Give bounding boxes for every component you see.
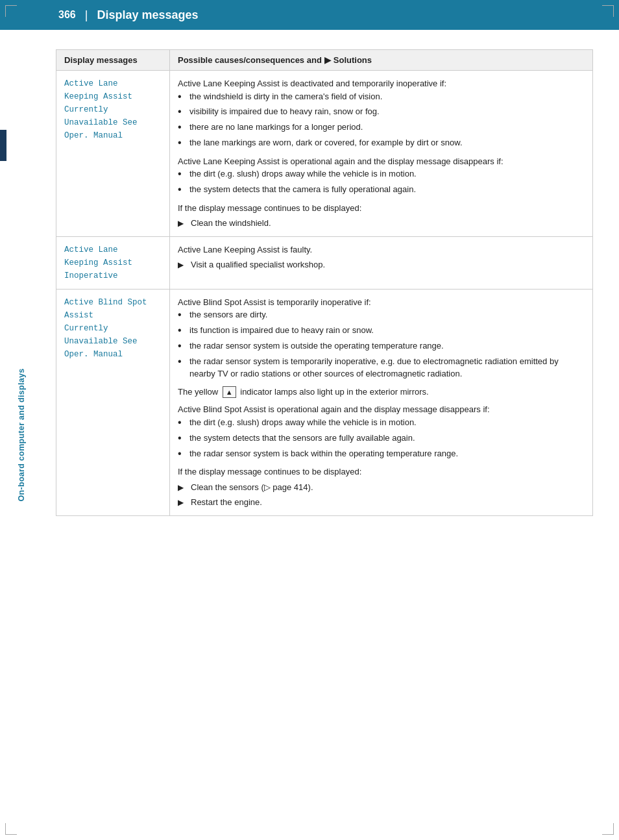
bullet-text: the radar sensor system is temporarily i… xyxy=(189,355,585,380)
arrow-text: Clean the windshield. xyxy=(191,217,271,230)
arrow-item: ▶ Clean the windshield. xyxy=(178,217,585,230)
content-cell: Active Lane Keeping Assist is faulty. ▶ … xyxy=(170,236,593,289)
bullet-icon: • xyxy=(178,416,187,430)
corner-mark-tl xyxy=(5,5,17,17)
arrow-item: ▶ Visit a qualified specialist workshop. xyxy=(178,258,585,271)
bullet-icon: • xyxy=(178,121,187,134)
col1-header: Display messages xyxy=(56,50,170,71)
arrow-icon: ▶ xyxy=(178,217,188,229)
bullet-item: • the windshield is dirty in the camera'… xyxy=(178,90,585,104)
header-divider: | xyxy=(85,8,88,22)
bullet-icon: • xyxy=(178,167,187,181)
bullet-text: the sensors are dirty. xyxy=(189,308,585,321)
bullet-icon: • xyxy=(178,355,187,369)
bullet-text: its function is impaired due to heavy ra… xyxy=(189,324,585,337)
bullet-item: • the radar sensor system is outside the… xyxy=(178,340,585,353)
corner-mark-br xyxy=(602,823,614,835)
page-title: Display messages xyxy=(97,8,198,22)
section3-intro: If the display message continues to be d… xyxy=(178,465,585,478)
arrow-item: ▶ Clean the sensors (▷ page 414). xyxy=(178,481,585,494)
corner-mark-tr xyxy=(602,5,614,17)
arrow-icon: ▶ xyxy=(178,482,188,493)
bullet-item: • the radar sensor system is back within… xyxy=(178,447,585,461)
bullet-icon: • xyxy=(178,308,187,322)
sidebar-accent xyxy=(0,130,6,161)
bullet-text: the dirt (e.g. slush) drops away while t… xyxy=(189,167,585,180)
display-message-cell: Active Blind SpotAssistCurrentlyUnavaila… xyxy=(56,289,170,515)
table-row: Active LaneKeeping AssistCurrentlyUnavai… xyxy=(56,71,593,237)
display-message-cell: Active LaneKeeping AssistCurrentlyUnavai… xyxy=(56,71,170,237)
indicator-note: The yellow ▲ indicator lamps also light … xyxy=(178,386,585,399)
section2-intro: Active Lane Keeping Assist is operationa… xyxy=(178,155,585,168)
arrow-icon: ▶ xyxy=(178,259,188,271)
bullet-text: there are no lane markings for a longer … xyxy=(189,121,585,134)
bullet-text: the system detects that the sensors are … xyxy=(189,432,585,445)
arrow-icon: ▶ xyxy=(178,497,188,508)
bullet-item: • the dirt (e.g. slush) drops away while… xyxy=(178,167,585,181)
bullet-icon: • xyxy=(178,340,187,353)
bullet-item: • the system detects that the sensors ar… xyxy=(178,432,585,445)
table-row: Active Blind SpotAssistCurrentlyUnavaila… xyxy=(56,289,593,515)
bullet-icon: • xyxy=(178,136,187,150)
section3-intro: If the display message continues to be d… xyxy=(178,202,585,215)
bullet-item: • the lane markings are worn, dark or co… xyxy=(178,136,585,150)
arrow-text: Restart the engine. xyxy=(191,496,262,509)
bullet-icon: • xyxy=(178,90,187,104)
bullet-icon: • xyxy=(178,105,187,119)
content-cell: Active Lane Keeping Assist is deactivate… xyxy=(170,71,593,237)
page-wrapper: 366 | Display messages On-board computer… xyxy=(0,0,619,840)
bullet-item: • the system detects that the camera is … xyxy=(178,183,585,197)
intro-text: Active Blind Spot Assist is temporarily … xyxy=(178,296,585,309)
bullet-item: • the sensors are dirty. xyxy=(178,308,585,322)
bullet-text: the lane markings are worn, dark or cove… xyxy=(189,136,585,149)
bullet-icon: • xyxy=(178,324,187,338)
intro-text: Active Lane Keeping Assist is faulty. xyxy=(178,243,585,256)
bullet-text: the radar sensor system is outside the o… xyxy=(189,340,585,352)
content-cell: Active Blind Spot Assist is temporarily … xyxy=(170,289,593,515)
sidebar-label-text: On-board computer and displays xyxy=(17,369,26,502)
intro-text: Active Lane Keeping Assist is deactivate… xyxy=(178,77,585,90)
col2-header: Possible causes/consequences and ▶ Solut… xyxy=(170,50,593,71)
bullet-text: visibility is impaired due to heavy rain… xyxy=(189,105,585,118)
bullet-icon: • xyxy=(178,447,187,461)
header-bar: 366 | Display messages xyxy=(0,0,619,30)
bullet-item: • there are no lane markings for a longe… xyxy=(178,121,585,134)
bullet-text: the windshield is dirty in the camera's … xyxy=(189,90,585,103)
page-number: 366 xyxy=(58,9,76,21)
arrow-text: Visit a qualified specialist workshop. xyxy=(191,258,325,271)
bullet-item: • the dirt (e.g. slush) drops away while… xyxy=(178,416,585,430)
bullet-icon: • xyxy=(178,432,187,445)
display-message-cell: Active LaneKeeping AssistInoperative xyxy=(56,236,170,289)
main-content: Display messages Possible causes/consequ… xyxy=(43,30,619,542)
bullet-text: the system detects that the camera is fu… xyxy=(189,183,585,196)
bullet-item: • visibility is impaired due to heavy ra… xyxy=(178,105,585,119)
display-messages-table: Display messages Possible causes/consequ… xyxy=(56,49,593,516)
table-row: Active LaneKeeping AssistInoperativeActi… xyxy=(56,236,593,289)
solutions-arrow-icon: ▶ xyxy=(324,55,331,65)
arrow-text: Clean the sensors (▷ page 414). xyxy=(191,481,313,494)
bullet-icon: • xyxy=(178,183,187,197)
bullet-text: the radar sensor system is back within t… xyxy=(189,447,585,460)
section2-intro: Active Blind Spot Assist is operational … xyxy=(178,403,585,416)
bullet-item: • its function is impaired due to heavy … xyxy=(178,324,585,338)
bullet-item: • the radar sensor system is temporarily… xyxy=(178,355,585,380)
arrow-item: ▶ Restart the engine. xyxy=(178,496,585,509)
indicator-symbol: ▲ xyxy=(223,386,236,399)
bullet-text: the dirt (e.g. slush) drops away while t… xyxy=(189,416,585,429)
